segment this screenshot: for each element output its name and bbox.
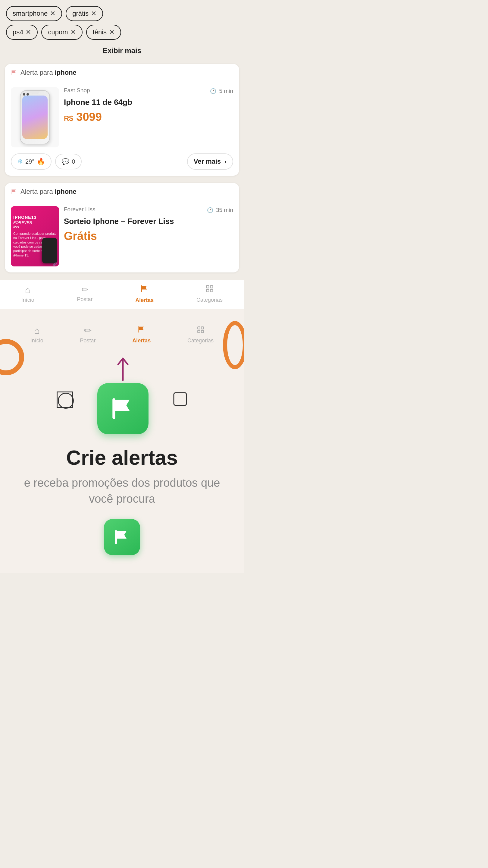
tag-tenis[interactable]: tênis ✕ xyxy=(86,25,121,40)
tags-section: smartphone ✕ grátis ✕ ps4 ✕ cupom ✕ têni… xyxy=(0,0,244,64)
overlay-flag-icon xyxy=(137,325,146,336)
svg-rect-3 xyxy=(206,286,209,288)
flag-alert-icon-1 xyxy=(11,69,18,76)
svg-point-12 xyxy=(58,393,73,408)
price-value-1: 3099 xyxy=(76,111,102,123)
vote-count-1: 29° xyxy=(25,158,34,165)
flag-with-arrow xyxy=(97,353,149,440)
cta-title: Crie alertas xyxy=(12,446,232,469)
tag-smartphone[interactable]: smartphone ✕ xyxy=(6,6,62,21)
overlay-nav-inicio[interactable]: ⌂ Início xyxy=(30,326,43,344)
tag-gratis[interactable]: grátis ✕ xyxy=(66,6,103,21)
phone-recent-button[interactable] xyxy=(173,392,188,408)
nav-label-categorias: Categorias xyxy=(196,297,223,303)
green-flag-bottom-icon xyxy=(104,519,140,555)
iphone-camera xyxy=(23,93,29,96)
flag-svg xyxy=(109,395,136,422)
clock-icon-2: 🕐 xyxy=(207,207,213,213)
product-price-1: R$ 3099 xyxy=(64,111,233,124)
nav-label-inicio: Início xyxy=(22,297,34,303)
tag-remove-cupom[interactable]: ✕ xyxy=(70,28,76,36)
promo-social-icon: 🔗 xyxy=(53,262,57,266)
snowflake-icon-1: ❄ xyxy=(18,158,23,165)
nav-item-inicio[interactable]: ⌂ Início xyxy=(22,285,34,303)
tag-remove-smartphone[interactable]: ✕ xyxy=(50,10,56,18)
green-flag-cta-icon xyxy=(97,383,149,434)
tag-remove-ps4[interactable]: ✕ xyxy=(26,28,31,36)
tag-remove-tenis[interactable]: ✕ xyxy=(109,28,115,36)
svg-rect-6 xyxy=(210,289,213,292)
alert-header-1: Alerta para iphone xyxy=(5,64,239,81)
controls-row xyxy=(57,353,188,440)
svg-rect-11 xyxy=(201,330,204,333)
svg-rect-4 xyxy=(210,286,213,288)
camera-dot-1 xyxy=(23,93,25,96)
exibir-mais-link[interactable]: Exibir mais xyxy=(103,46,141,55)
pencil-icon: ✏ xyxy=(82,285,88,294)
overlay-pencil-icon: ✏ xyxy=(84,325,92,336)
tag-cupom[interactable]: cupom ✕ xyxy=(41,25,82,40)
product-store-1: Fast Shop xyxy=(64,87,90,94)
overlay-nav-categorias[interactable]: Categorias xyxy=(187,326,214,344)
nav-item-categorias[interactable]: Categorias xyxy=(196,284,223,303)
alert-card-iphone-1: Alerta para iphone Fast Shop 🕐 xyxy=(5,64,239,176)
alert-header-text-1: Alerta para iphone xyxy=(21,69,76,76)
tag-label-ps4: ps4 xyxy=(13,28,23,36)
nav-label-postar: Postar xyxy=(77,296,93,303)
flag-nav-icon xyxy=(140,284,149,296)
nav-item-alertas[interactable]: Alertas xyxy=(135,284,154,304)
product-info-2: Forever Liss 🕐 35 min Sorteio Iphone – F… xyxy=(64,206,233,243)
grid-icon xyxy=(205,284,214,295)
tag-ps4[interactable]: ps4 ✕ xyxy=(6,25,38,40)
alert-product-2: IPHONE13 FOREVERliss Comprando qualquer … xyxy=(5,200,239,273)
nav-label-alertas: Alertas xyxy=(135,297,154,304)
flag-arrow-area xyxy=(12,353,232,440)
overlay-postar-label: Postar xyxy=(80,338,96,344)
product-image-iphone-1 xyxy=(11,87,59,147)
phone-home-button[interactable] xyxy=(57,392,73,408)
product-title-2: Sorteio Iphone – Forever Liss xyxy=(64,216,233,227)
alert-header-text-2: Alerta para iphone xyxy=(21,188,76,195)
promo-iphone-label: IPHONE13 xyxy=(13,215,57,220)
svg-rect-10 xyxy=(198,330,200,333)
product-info-1: Fast Shop 🕐 5 min Iphone 11 de 64gb R$ 3… xyxy=(64,87,233,124)
product-time-1: 🕐 5 min xyxy=(210,88,233,94)
iphone-notch xyxy=(30,91,40,94)
overlay-nav-postar[interactable]: ✏ Postar xyxy=(80,325,96,344)
svg-rect-9 xyxy=(201,327,204,329)
curved-arrow-svg xyxy=(111,353,135,383)
camera-dot-2 xyxy=(27,93,29,96)
tag-remove-gratis[interactable]: ✕ xyxy=(91,10,96,18)
tags-row-1: smartphone ✕ grátis ✕ xyxy=(6,6,238,21)
nav-item-postar[interactable]: ✏ Postar xyxy=(77,285,93,303)
comment-icon-1: 💬 xyxy=(62,158,69,165)
clock-icon-1: 🕐 xyxy=(210,88,216,94)
svg-rect-14 xyxy=(174,393,187,405)
iphone-screen xyxy=(22,96,47,139)
flag-bottom-svg xyxy=(113,528,131,546)
card-actions-1: ❄ 29° 🔥 💬 0 Ver mais › xyxy=(5,153,239,176)
tag-label-cupom: cupom xyxy=(48,28,68,36)
alert-product-1: Fast Shop 🕐 5 min Iphone 11 de 64gb R$ 3… xyxy=(5,81,239,153)
product-image-promo: IPHONE13 FOREVERliss Comprando qualquer … xyxy=(11,206,59,267)
alert-header-2: Alerta para iphone xyxy=(5,183,239,200)
tag-label-smartphone: smartphone xyxy=(13,10,47,18)
ver-mais-button-1[interactable]: Ver mais › xyxy=(187,153,233,170)
svg-rect-8 xyxy=(198,327,200,329)
store-time-row-2: Forever Liss 🕐 35 min xyxy=(64,206,233,214)
overlay-inicio-label: Início xyxy=(30,338,43,344)
bottom-nav: ⌂ Início ✏ Postar Alertas xyxy=(0,280,244,309)
comment-pill-1[interactable]: 💬 0 xyxy=(55,154,82,169)
fire-icon-1: 🔥 xyxy=(37,158,45,165)
tags-row-2: ps4 ✕ cupom ✕ tênis ✕ xyxy=(6,25,238,40)
overlay-nav-alertas[interactable]: Alertas xyxy=(132,325,151,344)
product-title-1: Iphone 11 de 64gb xyxy=(64,97,233,107)
store-time-row-1: Fast Shop 🕐 5 min xyxy=(64,87,233,95)
overlay-home-icon: ⌂ xyxy=(34,326,39,336)
product-price-free: Grátis xyxy=(64,230,233,243)
comment-count-1: 0 xyxy=(72,158,75,165)
flag-alert-icon-2 xyxy=(11,188,18,195)
alert-card-iphone-2: Alerta para iphone IPHONE13 FOREVERliss … xyxy=(5,183,239,273)
promo-brand-label: FOREVERliss xyxy=(13,221,57,229)
vote-pill-1[interactable]: ❄ 29° 🔥 xyxy=(11,153,52,170)
